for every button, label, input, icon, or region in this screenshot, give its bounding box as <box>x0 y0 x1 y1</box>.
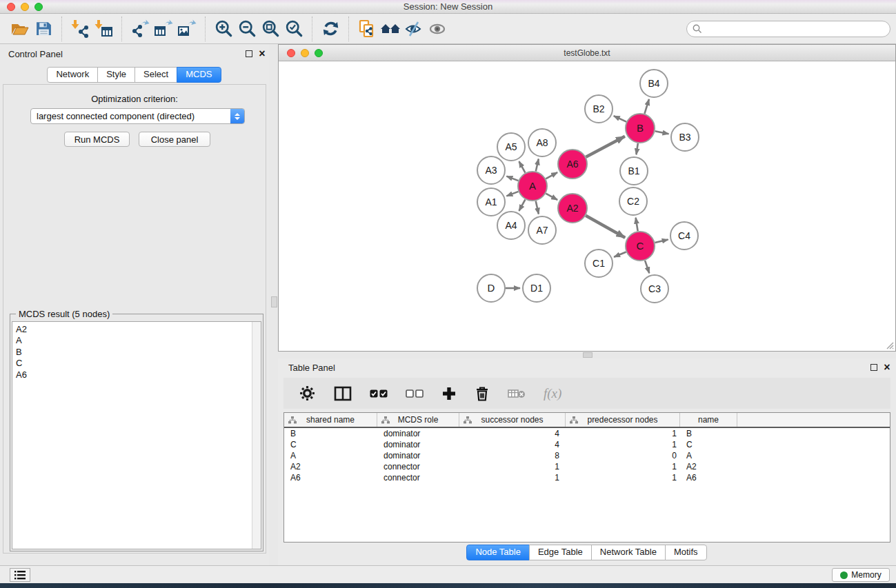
minimize-traffic-light[interactable] <box>21 3 29 11</box>
edge-A-A4[interactable] <box>519 199 525 211</box>
network-graph-canvas[interactable]: B4B2BB3A5A8A6B1A3AC2A1A2A4A7C4CC1C3DD1 <box>279 62 895 351</box>
export-image-button[interactable] <box>175 17 199 41</box>
edge-B-B3[interactable] <box>655 131 669 134</box>
minimize-traffic-light[interactable] <box>301 49 309 57</box>
run-mcds-button[interactable]: Run MCDS <box>64 132 130 147</box>
edge-B-B2[interactable] <box>614 116 626 122</box>
edge-A-A1[interactable] <box>506 192 518 196</box>
open-session-button[interactable] <box>8 17 32 41</box>
edge-C-C2[interactable] <box>636 218 638 232</box>
column-header-predecessor-nodes[interactable]: predecessor nodes <box>566 413 680 427</box>
import-table-button[interactable] <box>92 17 115 41</box>
close-traffic-light[interactable] <box>287 49 295 57</box>
tab-node-table[interactable]: Node Table <box>466 545 530 560</box>
optimization-criterion-dropdown[interactable]: largest connected component (directed) <box>30 108 245 124</box>
column-header-successor-nodes[interactable]: successor nodes <box>459 413 566 427</box>
delete-column-button[interactable] <box>475 385 490 402</box>
zoom-traffic-light[interactable] <box>315 49 323 57</box>
tab-motifs[interactable]: Motifs <box>665 545 707 560</box>
deselect-all-checkboxes-button[interactable] <box>406 389 424 398</box>
edge-A-A6[interactable] <box>546 172 557 179</box>
table-row[interactable]: A2connector11A2 <box>284 461 890 472</box>
close-panel-pushbutton[interactable]: Close panel <box>139 132 210 147</box>
function-builder-button[interactable]: f(x) <box>544 386 561 401</box>
toolbar-separator <box>312 17 312 41</box>
result-item[interactable]: C <box>16 358 27 369</box>
result-item[interactable]: A6 <box>16 369 27 381</box>
table-row[interactable]: Cdominator41C <box>284 439 890 450</box>
table-settings-button[interactable] <box>299 385 316 402</box>
edge-B-B4[interactable] <box>644 99 648 114</box>
duplicate-network-button[interactable] <box>355 17 379 41</box>
zoom-selected-button[interactable] <box>282 17 306 41</box>
export-table-button[interactable] <box>152 17 175 41</box>
result-item[interactable]: A2 <box>16 324 27 335</box>
gear-icon <box>299 385 316 402</box>
edge-C-C4[interactable] <box>655 239 668 243</box>
column-header-MCDS-role[interactable]: MCDS role <box>377 413 459 427</box>
memory-button[interactable]: Memory <box>832 568 890 582</box>
save-session-button[interactable] <box>32 17 55 41</box>
table-row[interactable]: Bdominator41B <box>284 428 890 439</box>
resize-grip-icon[interactable] <box>884 340 894 349</box>
tab-select[interactable]: Select <box>135 67 177 83</box>
zoom-in-button[interactable] <box>212 17 235 41</box>
close-table-panel-button[interactable]: × <box>882 363 892 372</box>
table-row[interactable]: Adominator80A <box>284 450 890 461</box>
float-table-panel-button[interactable] <box>869 363 879 372</box>
refresh-layout-button[interactable] <box>319 17 342 41</box>
edge-A-A3[interactable] <box>506 176 518 181</box>
hide-selected-button[interactable] <box>402 17 426 41</box>
import-network-button[interactable] <box>68 17 92 41</box>
tab-edge-table[interactable]: Edge Table <box>529 545 592 560</box>
edge-A-A8[interactable] <box>536 159 539 171</box>
fx-icon: f(x) <box>544 386 561 401</box>
search-field[interactable] <box>686 21 890 37</box>
tab-network[interactable]: Network <box>47 67 98 83</box>
edge-A2-C[interactable] <box>586 216 625 238</box>
edge-A-A5[interactable] <box>519 161 525 173</box>
edge-C-C1[interactable] <box>614 252 626 256</box>
select-all-checkboxes-button[interactable] <box>370 389 388 398</box>
node-label-D: D <box>488 282 495 294</box>
vertical-split-grip[interactable] <box>271 296 277 307</box>
zoom-fit-button[interactable] <box>259 17 282 41</box>
close-icon: × <box>259 50 265 57</box>
edge-A-A7[interactable] <box>536 201 539 214</box>
window-controls[interactable] <box>7 3 43 11</box>
first-neighbors-button[interactable] <box>379 17 402 41</box>
show-all-button[interactable] <box>426 17 449 41</box>
node-table[interactable]: shared nameMCDS rolesuccessor nodesprede… <box>283 412 890 543</box>
edge-A-A2[interactable] <box>546 194 557 200</box>
result-item[interactable]: A <box>16 335 27 346</box>
zoom-traffic-light[interactable] <box>34 3 43 11</box>
task-history-button[interactable] <box>10 568 30 582</box>
add-column-button[interactable] <box>441 386 457 401</box>
float-panel-button[interactable] <box>244 49 254 59</box>
search-input[interactable] <box>702 24 884 34</box>
show-column-button[interactable] <box>334 386 352 401</box>
horizontal-split-grip[interactable] <box>583 352 593 358</box>
tab-mcds[interactable]: MCDS <box>177 67 221 83</box>
mcds-result-list[interactable]: A2ABCA6 <box>12 321 261 549</box>
export-network-button[interactable] <box>128 17 152 41</box>
cell: C <box>680 440 737 449</box>
network-window-titlebar[interactable]: testGlobe.txt <box>279 45 895 61</box>
edge-A6-B[interactable] <box>586 136 624 157</box>
column-header-name[interactable]: name <box>680 413 737 427</box>
zoom-out-button[interactable] <box>235 17 259 41</box>
cell: dominator <box>377 451 459 460</box>
table-row[interactable]: A6connector11A6 <box>284 472 890 483</box>
close-traffic-light[interactable] <box>7 3 15 11</box>
tab-style[interactable]: Style <box>97 67 135 83</box>
list-icon <box>14 571 26 580</box>
delete-table-button[interactable] <box>508 388 526 399</box>
result-item[interactable]: B <box>16 347 27 358</box>
tab-network-table[interactable]: Network Table <box>591 545 666 560</box>
edge-B-B1[interactable] <box>636 143 637 154</box>
column-header-shared-name[interactable]: shared name <box>284 413 377 427</box>
result-scrollbar[interactable] <box>252 322 261 549</box>
close-panel-button[interactable]: × <box>257 49 267 59</box>
network-window-controls[interactable] <box>287 49 323 57</box>
edge-C-C3[interactable] <box>645 261 649 273</box>
